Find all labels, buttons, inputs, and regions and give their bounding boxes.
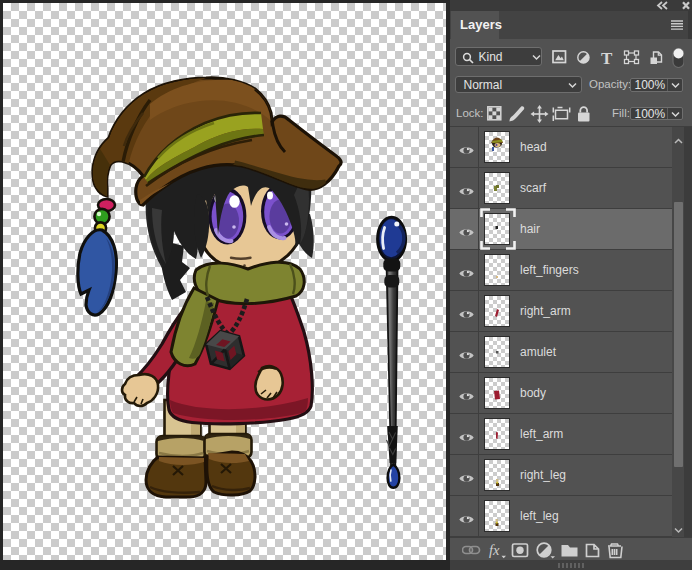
svg-text:fx: fx xyxy=(489,542,500,558)
svg-text:T: T xyxy=(601,49,613,68)
